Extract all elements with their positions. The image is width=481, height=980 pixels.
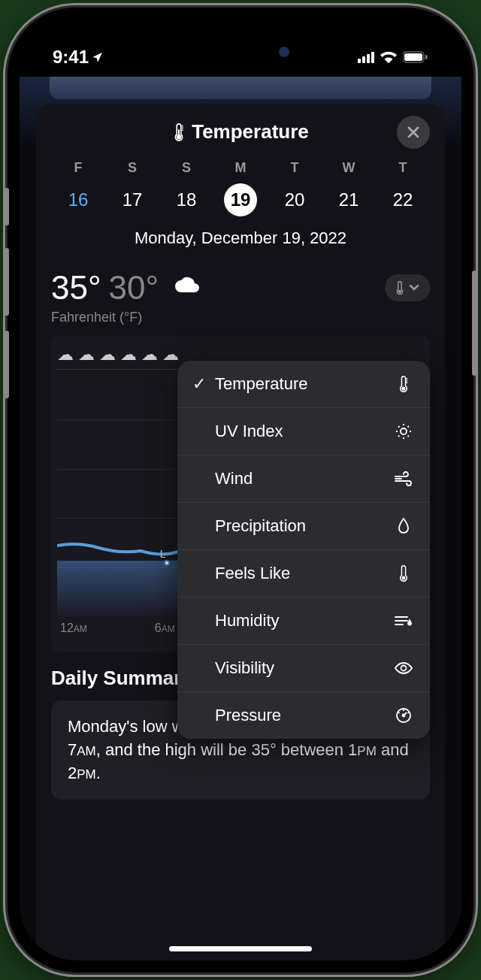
svg-line-21 bbox=[408, 436, 410, 437]
day-number[interactable]: 16 bbox=[62, 183, 95, 216]
power-button bbox=[472, 271, 476, 376]
volume-up-button bbox=[5, 248, 9, 316]
dynamic-island bbox=[177, 33, 304, 71]
svg-line-31 bbox=[408, 712, 410, 713]
dropdown-item-pressure[interactable]: Pressure bbox=[177, 692, 430, 739]
cloud-icon: ☁ bbox=[162, 345, 179, 364]
dropdown-item-uvindex[interactable]: UV Index bbox=[177, 408, 430, 455]
sheet-header: Temperature bbox=[51, 120, 430, 144]
thermometer-icon bbox=[392, 564, 415, 582]
cloud-icon: ☁ bbox=[141, 345, 158, 364]
svg-line-20 bbox=[398, 426, 400, 428]
dropdown-item-visibility[interactable]: Visibility bbox=[177, 645, 430, 692]
day-number[interactable]: 20 bbox=[278, 183, 311, 216]
day-tue[interactable]: T 20 bbox=[268, 160, 322, 216]
day-sun[interactable]: S 18 bbox=[159, 160, 213, 216]
day-number[interactable]: 21 bbox=[332, 183, 365, 216]
cloud-icon: ☁ bbox=[99, 345, 116, 364]
dropdown-item-precipitation[interactable]: Precipitation bbox=[177, 503, 430, 550]
wifi-icon bbox=[380, 50, 397, 64]
volume-down-button bbox=[5, 331, 9, 398]
day-letter: S bbox=[128, 160, 137, 176]
cloud-icon bbox=[172, 272, 202, 304]
day-letter: F bbox=[74, 160, 83, 176]
time-text: 9:41 bbox=[53, 47, 89, 68]
cloud-icon: ☁ bbox=[57, 345, 74, 364]
day-number[interactable]: 22 bbox=[386, 183, 419, 216]
background-sheet-peek[interactable] bbox=[50, 77, 431, 99]
day-fri[interactable]: F 16 bbox=[51, 160, 105, 216]
gauge-icon bbox=[392, 706, 415, 724]
dropdown-label: Visibility bbox=[215, 658, 392, 678]
eye-icon bbox=[392, 661, 415, 675]
dropdown-item-temperature[interactable]: ✓ Temperature bbox=[177, 361, 430, 408]
wind-icon bbox=[392, 470, 415, 487]
svg-point-11 bbox=[402, 387, 404, 389]
svg-rect-1 bbox=[404, 53, 422, 61]
day-letter: T bbox=[291, 160, 299, 176]
phone-frame: 9:41 bbox=[8, 8, 473, 972]
close-icon bbox=[407, 126, 420, 139]
mute-switch bbox=[5, 188, 9, 225]
dropdown-label: Precipitation bbox=[215, 516, 392, 536]
status-time: 9:41 bbox=[53, 47, 104, 68]
dropdown-label: UV Index bbox=[215, 422, 392, 441]
close-button[interactable] bbox=[397, 116, 430, 149]
temp-high: 35° bbox=[51, 269, 101, 307]
day-number[interactable]: 17 bbox=[116, 183, 149, 216]
dropdown-item-feelslike[interactable]: Feels Like bbox=[177, 550, 430, 597]
screen: 9:41 bbox=[20, 20, 461, 960]
temperature-values: 35° 30° bbox=[51, 269, 202, 307]
metric-selector-button[interactable] bbox=[385, 274, 430, 301]
chart-line bbox=[57, 534, 196, 564]
svg-point-10 bbox=[399, 291, 401, 293]
dropdown-label: Wind bbox=[215, 469, 392, 488]
thermometer-icon bbox=[395, 280, 404, 295]
day-number[interactable]: 18 bbox=[170, 183, 203, 216]
home-indicator[interactable] bbox=[169, 946, 312, 951]
day-wed[interactable]: W 21 bbox=[322, 160, 376, 216]
battery-icon bbox=[403, 51, 428, 63]
day-thu[interactable]: T 22 bbox=[376, 160, 430, 216]
dropdown-item-humidity[interactable]: Humidity bbox=[177, 597, 430, 645]
front-camera bbox=[279, 47, 289, 57]
day-selector[interactable]: F 16 S 17 S 18 M 19 bbox=[51, 160, 430, 216]
day-mon[interactable]: M 19 bbox=[213, 160, 268, 216]
svg-line-30 bbox=[398, 712, 400, 713]
cloud-icon: ☁ bbox=[78, 345, 95, 364]
location-icon bbox=[92, 51, 104, 63]
svg-point-28 bbox=[403, 715, 405, 717]
svg-rect-2 bbox=[425, 55, 428, 59]
temp-low: 30° bbox=[109, 269, 159, 307]
temperature-row: 35° 30° bbox=[51, 269, 430, 307]
drop-icon bbox=[392, 517, 415, 535]
full-date-label: Monday, December 19, 2022 bbox=[51, 228, 430, 248]
dropdown-label: Feels Like bbox=[215, 564, 392, 583]
day-letter: M bbox=[235, 160, 247, 176]
dropdown-item-wind[interactable]: Wind bbox=[177, 455, 430, 503]
low-marker-label: L bbox=[160, 548, 166, 560]
svg-point-25 bbox=[401, 666, 407, 671]
svg-point-15 bbox=[401, 428, 407, 434]
metric-dropdown-menu: ✓ Temperature UV Index Wind bbox=[177, 361, 430, 739]
svg-line-22 bbox=[398, 436, 400, 437]
humidity-icon bbox=[392, 612, 415, 629]
day-letter: T bbox=[399, 160, 407, 176]
x-tick-6am: 6AM bbox=[155, 622, 175, 635]
dropdown-label: Humidity bbox=[215, 611, 392, 631]
sun-icon bbox=[392, 422, 415, 440]
chart-fill bbox=[57, 561, 196, 617]
dropdown-label: Temperature bbox=[215, 374, 392, 394]
thermometer-icon bbox=[172, 122, 186, 142]
svg-point-24 bbox=[402, 576, 404, 579]
sheet-title-text: Temperature bbox=[192, 120, 309, 144]
low-marker-dot bbox=[164, 560, 170, 566]
checkmark-icon: ✓ bbox=[192, 374, 215, 394]
chevron-down-icon bbox=[409, 284, 419, 292]
day-sat[interactable]: S 17 bbox=[105, 160, 159, 216]
content: Temperature F 16 S 17 bbox=[20, 77, 461, 960]
cloud-icon: ☁ bbox=[120, 345, 137, 364]
dropdown-label: Pressure bbox=[215, 706, 392, 725]
status-icons bbox=[358, 50, 428, 64]
day-number-selected[interactable]: 19 bbox=[224, 183, 257, 216]
